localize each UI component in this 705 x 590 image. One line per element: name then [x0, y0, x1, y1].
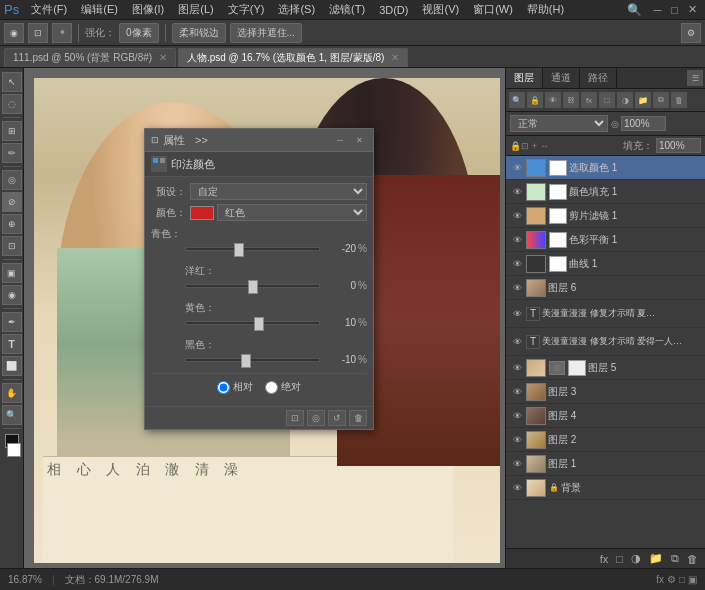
- soft-edge-btn[interactable]: 柔和锐边: [172, 23, 226, 43]
- cyan-thumb[interactable]: [234, 243, 244, 257]
- brush-tool-icon[interactable]: ◉: [4, 23, 24, 43]
- layers-tab[interactable]: 图层: [506, 68, 543, 88]
- status-icon-1[interactable]: fx: [656, 574, 664, 585]
- color-select[interactable]: 红色 黄色 绿色 青色 蓝色 洋红: [217, 204, 367, 221]
- blur-tool[interactable]: ◉: [2, 285, 22, 305]
- maximize-btn[interactable]: □: [667, 4, 682, 16]
- eraser-tool[interactable]: ⊡: [2, 236, 22, 256]
- layer-item-5[interactable]: 👁 图层 6: [506, 276, 705, 300]
- tab-0[interactable]: 111.psd @ 50% (背景 RGB/8#) ✕: [4, 48, 176, 67]
- menu-item[interactable]: 滤镜(T): [323, 0, 371, 19]
- reset-icon[interactable]: ↺: [328, 410, 346, 426]
- channels-tab[interactable]: 通道: [543, 68, 580, 88]
- layer-item-11[interactable]: 👁 图层 2: [506, 428, 705, 452]
- adj-bottom-icon[interactable]: ◑: [628, 552, 644, 565]
- dialog-expand[interactable]: >>: [195, 134, 208, 146]
- minimize-btn[interactable]: ─: [650, 4, 666, 16]
- clip-icon[interactable]: ⊡: [286, 410, 304, 426]
- radio-relative[interactable]: 相对: [217, 380, 253, 394]
- copy-bottom-icon[interactable]: ⧉: [668, 552, 682, 565]
- layer-item-1[interactable]: 👁 颜色填充 1: [506, 180, 705, 204]
- fill-input[interactable]: [656, 138, 701, 153]
- layer-eye-3[interactable]: 👁: [510, 233, 524, 247]
- menu-item[interactable]: 视图(V): [416, 0, 465, 19]
- radio-relative-input[interactable]: [217, 381, 230, 394]
- layer-eye-5[interactable]: 👁: [510, 281, 524, 295]
- layer-item-12[interactable]: 👁 图层 1: [506, 452, 705, 476]
- delete-icon[interactable]: 🗑: [349, 410, 367, 426]
- options-icon[interactable]: ⚙: [681, 23, 701, 43]
- layer-item-2[interactable]: 👁 剪片滤镜 1: [506, 204, 705, 228]
- mask-bottom-icon[interactable]: □: [613, 553, 626, 565]
- yellow-track[interactable]: [185, 321, 320, 325]
- new-layer-icon[interactable]: 🔍: [509, 92, 525, 108]
- layer-eye-4[interactable]: 👁: [510, 257, 524, 271]
- zoom-tool[interactable]: 🔍: [2, 405, 22, 425]
- layer-eye-bg[interactable]: 👁: [510, 481, 524, 495]
- search-icon[interactable]: 🔍: [627, 3, 642, 17]
- shape-tool[interactable]: ⬜: [2, 356, 22, 376]
- layer-item-10[interactable]: 👁 图层 4: [506, 404, 705, 428]
- group-icon[interactable]: 📁: [635, 92, 651, 108]
- trash-icon[interactable]: 🗑: [671, 92, 687, 108]
- brush-tool[interactable]: ⊘: [2, 192, 22, 212]
- strength-value[interactable]: 0像素: [119, 23, 159, 43]
- tool-2[interactable]: ⊡: [28, 23, 48, 43]
- cyan-track[interactable]: [185, 247, 320, 251]
- layer-item-9[interactable]: 👁 图层 3: [506, 380, 705, 404]
- menu-item[interactable]: 窗口(W): [467, 0, 519, 19]
- text-tool[interactable]: T: [2, 334, 22, 354]
- clone-tool[interactable]: ⊕: [2, 214, 22, 234]
- menu-item[interactable]: 选择(S): [272, 0, 321, 19]
- fx-icon[interactable]: fx: [581, 92, 597, 108]
- tab-1[interactable]: 人物.psd @ 16.7% (选取颜色 1, 图层/蒙版/8) ✕: [178, 48, 408, 67]
- eyedropper-tool[interactable]: ✏: [2, 143, 22, 163]
- opacity-input[interactable]: [621, 116, 666, 131]
- layer-eye-8[interactable]: 👁: [510, 361, 524, 375]
- layer-item-bg[interactable]: 👁 🔒 背景: [506, 476, 705, 500]
- paths-tab[interactable]: 路径: [580, 68, 617, 88]
- layer-item-8[interactable]: 👁 ◎ 图层 5: [506, 356, 705, 380]
- fx-bottom-icon[interactable]: fx: [597, 553, 612, 565]
- tab-close-1[interactable]: ✕: [391, 52, 399, 63]
- menu-item[interactable]: 图层(L): [172, 0, 219, 19]
- dialog-close-btn[interactable]: ✕: [351, 132, 367, 148]
- copy-icon[interactable]: ⧉: [653, 92, 669, 108]
- layer-item-4[interactable]: 👁 曲线 1: [506, 252, 705, 276]
- layer-eye-2[interactable]: 👁: [510, 209, 524, 223]
- eye-icon[interactable]: ◎: [307, 410, 325, 426]
- tab-close-0[interactable]: ✕: [159, 52, 167, 63]
- blend-mode-select[interactable]: 正常: [510, 115, 608, 132]
- select-tool[interactable]: ↖: [2, 72, 22, 92]
- layer-item-0[interactable]: 👁 选取颜色 1: [506, 156, 705, 180]
- layer-eye-12[interactable]: 👁: [510, 457, 524, 471]
- adjustment-icon-panel[interactable]: ◑: [617, 92, 633, 108]
- color-preview-swatch[interactable]: [190, 206, 214, 220]
- close-btn[interactable]: ✕: [684, 3, 701, 16]
- layer-eye-10[interactable]: 👁: [510, 409, 524, 423]
- layer-item-7[interactable]: 👁 T 美漫童漫漫 修复才示晴 爱得一人…: [506, 328, 705, 356]
- layer-link-icon[interactable]: ⛓: [563, 92, 579, 108]
- lasso-tool[interactable]: ◌: [2, 94, 22, 114]
- black-thumb[interactable]: [241, 354, 251, 368]
- menu-item[interactable]: 文字(Y): [222, 0, 271, 19]
- preset-select[interactable]: 自定: [190, 183, 367, 200]
- add-mask-icon[interactable]: □: [599, 92, 615, 108]
- pen-tool[interactable]: ✒: [2, 312, 22, 332]
- menu-item[interactable]: 编辑(E): [75, 0, 124, 19]
- panel-menu-icon[interactable]: ☰: [687, 70, 703, 86]
- layer-eye-9[interactable]: 👁: [510, 385, 524, 399]
- radio-absolute[interactable]: 绝对: [265, 380, 301, 394]
- menu-item[interactable]: 3D(D): [373, 2, 414, 18]
- menu-item[interactable]: 图像(I): [126, 0, 170, 19]
- background-color[interactable]: [7, 443, 21, 457]
- magenta-track[interactable]: [185, 284, 320, 288]
- folder-bottom-icon[interactable]: 📁: [646, 552, 666, 565]
- layer-visible-icon[interactable]: 👁: [545, 92, 561, 108]
- status-icon-2[interactable]: ⚙: [667, 574, 676, 585]
- select-mask-btn[interactable]: 选择并遮住...: [230, 23, 302, 43]
- crop-tool[interactable]: ⊞: [2, 121, 22, 141]
- status-icon-4[interactable]: ▣: [688, 574, 697, 585]
- menu-item[interactable]: 文件(F): [25, 0, 73, 19]
- delete-bottom-icon[interactable]: 🗑: [684, 553, 701, 565]
